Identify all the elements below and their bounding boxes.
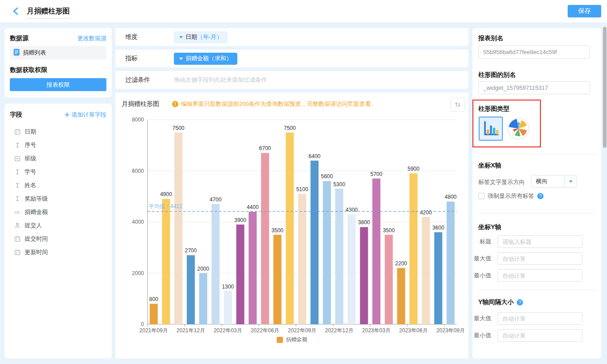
chart-bar[interactable] [211,204,219,324]
field-item[interactable]: 奖励等级 [10,192,106,205]
bar-value-label: 5600 [321,173,333,180]
filter-row[interactable]: 过滤条件 拖动左侧字段到此处来添加过滤条件 [115,71,468,89]
add-calc-field-link[interactable]: 添加计算字段 [64,111,106,119]
chart-bar[interactable] [261,153,269,324]
y-tick-label: 4000 [132,219,144,225]
bar-value-label: 4800 [445,194,457,200]
report-permission-button[interactable]: 报表权限 [10,78,106,91]
chart-bar[interactable] [249,212,257,324]
metric-row: 指标 捐赠金额（求和） [115,50,468,67]
field-item[interactable]: 学号 [10,165,106,179]
field-item[interactable]: 班级 [10,152,106,165]
chart-legend[interactable]: 捐赠金额 [115,336,468,343]
chart-bar[interactable] [224,291,232,324]
y-axis-title-input[interactable] [497,235,582,248]
top-bar: 月捐赠柱形图 保存 [0,0,607,22]
fields-panel: 字段 添加计算字段 日期序号班级学号姓名奖励等级123捐赠金额提交人提交时间更新… [4,104,112,359]
report-alias-input[interactable] [478,46,590,59]
datasource-item[interactable]: 捐赠列表 [10,46,106,59]
chart-bar[interactable] [311,161,319,324]
chart-bar[interactable] [447,201,455,324]
datasource-name: 捐赠列表 [23,49,46,57]
bar-value-label: 4300 [346,207,358,213]
bar-value-label: 3500 [271,227,283,234]
field-item[interactable]: 日期 [10,125,106,138]
chart-bar[interactable] [335,189,343,324]
dimension-tag[interactable]: 日期（年-月） [174,31,228,43]
filter-placeholder: 拖动左侧字段到此处来添加过滤条件 [174,76,267,84]
bar-value-label: 7500 [173,125,185,131]
field-label: 姓名 [25,181,36,189]
field-item[interactable]: 更新时间 [10,246,106,259]
back-button chevron-left-icon[interactable] [11,6,21,16]
chart-bar[interactable] [199,273,207,325]
scrollbar-thumb[interactable] [603,27,607,148]
chart-bar[interactable] [323,181,331,324]
bar-value-label: 6400 [308,153,320,159]
save-button[interactable]: 保存 [568,5,601,17]
chart-bar[interactable] [174,133,182,324]
calendar-icon [14,236,21,242]
field-item[interactable]: 提交时间 [10,232,106,246]
chart-bar[interactable] [372,179,380,324]
change-datasource-link[interactable]: 更改数据源 [77,34,106,42]
question-icon[interactable]: ? [537,193,544,199]
bar-value-label: 2700 [185,247,197,254]
chart-bar[interactable] [298,194,306,324]
chart-bar[interactable] [397,268,405,324]
preview-notice: ! 编辑界面只取数据源前200条作为查询数据预览，完整数据请访问页面查看。 [172,100,377,108]
chevron-down-icon [179,58,183,60]
y-tick-label: 8000 [132,117,144,123]
force-labels-checkbox[interactable] [478,193,485,199]
filter-label: 过滤条件 [115,76,174,84]
y-interval-max-input[interactable] [497,312,582,325]
chart-bar[interactable] [434,232,442,324]
field-label: 提交人 [25,222,42,230]
field-item[interactable]: 序号 [10,138,106,152]
chart-type-option-pie pie-chart-icon[interactable] [507,117,530,140]
chart-bar[interactable] [385,235,393,324]
y-axis-min-label: 最小值 [472,272,497,280]
dimension-row: 维度 日期（年-月） [115,28,468,46]
chart-bar[interactable] [150,304,158,324]
chart-bar[interactable] [187,255,195,324]
question-icon[interactable]: ? [517,299,523,305]
x-tick-label: 2023年06月 [399,327,428,334]
metric-tag[interactable]: 捐赠金额（求和） [174,53,237,65]
plus-icon [64,112,70,117]
chart-preview-card: 月捐赠柱形图 ! 编辑界面只取数据源前200条作为查询数据预览，完整数据请访问页… [115,92,468,359]
y-axis-min-input[interactable] [497,269,582,282]
widget-alias-input[interactable] [478,81,590,94]
chart-bar[interactable] [360,227,368,324]
chart-bar[interactable] [274,235,282,324]
bar-value-label: 2000 [197,266,209,272]
bar-value-label: 1300 [222,284,234,290]
bar-value-label: 4400 [247,204,259,210]
bar-value-label: 7500 [284,125,296,131]
bar-value-label: 5900 [408,166,420,172]
label-direction-select[interactable]: 横向 [531,175,577,188]
chart-type-option-bar bar-chart-icon[interactable] [479,117,503,141]
x-tick-label: 2023年03月 [362,327,391,334]
field-label: 提交时间 [25,235,48,243]
chart-bar[interactable] [348,214,356,324]
bar-chart: 0200040006000800080049007500270020004700… [121,114,465,337]
text-icon [14,182,21,188]
chart-bar[interactable] [162,199,170,324]
field-label: 序号 [25,141,36,149]
chart-bar[interactable] [409,173,417,324]
y-axis-max-input[interactable] [497,252,582,265]
field-item[interactable]: 提交人 [10,219,106,232]
y-interval-min-input[interactable] [497,329,582,342]
chart-bar[interactable] [286,133,294,324]
field-item[interactable]: 姓名 [10,179,106,192]
sort-button sort-arrows-icon[interactable] [451,97,465,112]
chart-bar[interactable] [236,225,244,324]
text-icon [14,196,21,202]
metric-label: 指标 [115,54,174,63]
chart-bar[interactable] [422,217,430,324]
divider [478,213,595,213]
field-item[interactable]: 123捐赠金额 [10,205,106,219]
divider [478,154,595,154]
y-interval-title: Y轴间隔大小 [478,298,514,306]
